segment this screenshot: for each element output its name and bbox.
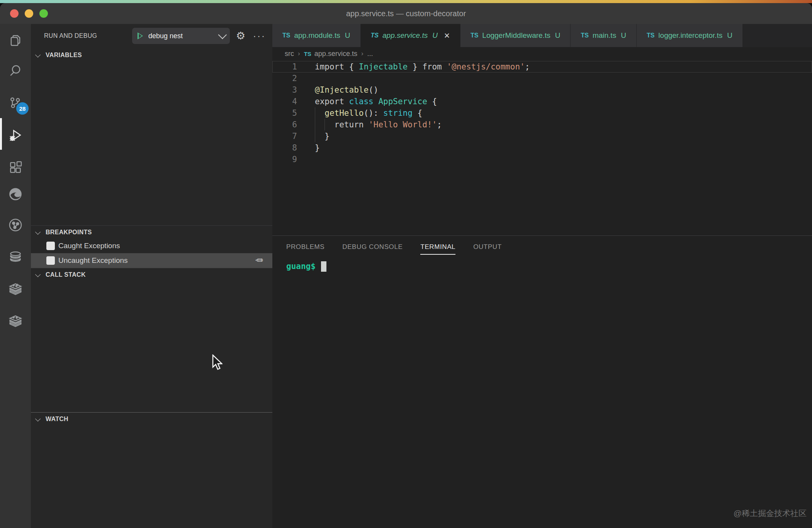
git-graph-icon[interactable] [0,215,31,235]
layers-stack-icon-1[interactable] [0,279,31,299]
line-number: 4 [272,96,297,107]
call-stack-section-header[interactable]: CALL STACK [31,268,272,281]
git-status-badge: U [555,31,561,40]
code-token: } [315,132,330,141]
debug-settings-gear-icon[interactable]: ⚙ [236,29,245,43]
editor-tab[interactable]: TSapp.service.tsU✕ [361,24,460,47]
tab-label: main.ts [593,31,616,40]
terminal-cursor [321,261,326,272]
chevron-down-icon [36,416,41,422]
terminal-prompt: guang$ [286,262,316,271]
chevron-down-icon [36,272,41,278]
code-line: 7 } [272,130,812,142]
ts-file-icon: TS [371,32,379,39]
line-number: 9 [272,154,297,165]
chevron-down-icon [36,52,41,58]
code-token: getHello [324,108,364,118]
indent-guide [324,119,325,130]
git-status-badge: U [621,31,626,40]
activity-bar: 28 [0,24,31,528]
code-line: 4export class AppService { [272,96,812,107]
code-token: (): [364,108,383,118]
line-content: getHello(): string { [315,107,422,119]
panel-tab-terminal[interactable]: TERMINAL [420,236,455,258]
panel-tab-bar: PROBLEMSDEBUG CONSOLETERMINALOUTPUT [272,236,812,258]
breakpoint-label: Uncaught Exceptions [58,256,128,265]
variables-section-header[interactable]: VARIABLES [31,49,272,62]
breadcrumb-label: src [285,50,294,58]
code-token: ; [437,120,442,129]
run-and-debug-sidebar: RUN AND DEBUG debug nest ⚙ ··· VARIABLES… [31,24,272,528]
line-content: } [315,142,320,154]
launch-config-label: debug nest [148,32,218,40]
edit-breakpoint-icon[interactable]: ✏ [255,255,263,266]
panel-tab-debug-console[interactable]: DEBUG CONSOLE [342,236,403,258]
breadcrumb-segment[interactable]: src [285,50,294,58]
search-icon[interactable] [0,61,31,81]
breadcrumb-separator-icon: › [298,50,300,58]
line-number: 5 [272,107,297,119]
watch-section-header[interactable]: WATCH [31,412,272,425]
source-control-icon[interactable]: 28 [0,93,31,113]
editor-tab[interactable]: TSapp.module.tsU [272,24,361,47]
extensions-icon[interactable] [0,157,31,178]
breadcrumb-segment[interactable]: TSapp.service.ts [304,50,357,58]
editor-tab[interactable]: TSmain.tsU [571,24,636,47]
code-token: { [427,97,437,106]
ts-file-icon: TS [282,32,290,39]
start-debug-icon[interactable] [138,32,143,39]
code-editor[interactable]: 1import { Injectable } from '@nestjs/com… [272,60,812,235]
breakpoints-section-header[interactable]: BREAKPOINTS [31,225,272,239]
editor-tab[interactable]: TSLoggerMiddleware.tsU [460,24,571,47]
vscode-window: app.service.ts — custom-decorator 28 [0,3,812,528]
code-token: Injectable [359,62,408,71]
breadcrumb-segment[interactable]: ... [367,50,373,58]
run-and-debug-icon[interactable] [0,125,31,145]
tab-label: app.module.ts [294,31,340,40]
line-number: 1 [272,61,297,73]
editor-tab[interactable]: TSlogger.interceptor.tsU [637,24,743,47]
more-actions-icon[interactable]: ··· [253,28,266,44]
gif-border-stripe [0,0,812,3]
edge-browser-icon[interactable] [0,184,31,204]
line-number: 8 [272,142,297,154]
code-line: 3@Injectable() [272,84,812,96]
breakpoint-checkbox[interactable] [46,242,55,250]
code-line: 6 return 'Hello World!'; [272,119,812,130]
window-title: app.service.ts — custom-decorator [0,3,812,24]
terminal[interactable]: guang$ [272,258,812,272]
watermark: @稀土掘金技术社区 [734,508,807,519]
layers-stack-icon-2[interactable] [0,311,31,331]
panel-tab-problems[interactable]: PROBLEMS [286,236,324,258]
breakpoint-label: Caught Exceptions [58,242,120,250]
code-token: { [349,62,359,71]
breadcrumb-label: app.service.ts [314,50,357,58]
panel-tab-output[interactable]: OUTPUT [473,236,501,258]
code-line: 1import { Injectable } from '@nestjs/com… [272,61,812,73]
breakpoint-row[interactable]: Uncaught Exceptions✏ [31,253,272,268]
ts-file-icon: TS [304,51,311,57]
tab-label: logger.interceptor.ts [658,31,722,40]
ts-file-icon: TS [581,32,588,39]
code-token: } [408,62,422,71]
launch-config-dropdown[interactable]: debug nest [132,28,230,44]
line-number: 6 [272,119,297,130]
breakpoint-checkbox[interactable] [46,256,55,265]
source-control-badge: 28 [16,102,29,115]
code-token: ; [525,62,530,71]
code-token: AppService [378,97,427,106]
chevron-down-icon [36,230,41,235]
line-content: return 'Hello World!'; [315,119,442,130]
breadcrumb-separator-icon: › [361,50,364,58]
code-token: string [383,108,413,118]
title-bar: app.service.ts — custom-decorator [0,3,812,24]
tab-bar: TSapp.module.tsUTSapp.service.tsU✕TSLogg… [272,24,812,47]
code-token: import [315,62,349,71]
breakpoint-row[interactable]: Caught Exceptions [31,239,272,253]
line-content: @Injectable() [315,84,378,96]
close-tab-icon[interactable]: ✕ [444,31,450,40]
mouse-cursor [212,354,223,373]
database-icon[interactable] [0,247,31,267]
explorer-icon[interactable] [0,30,31,51]
chevron-down-icon [218,30,227,39]
